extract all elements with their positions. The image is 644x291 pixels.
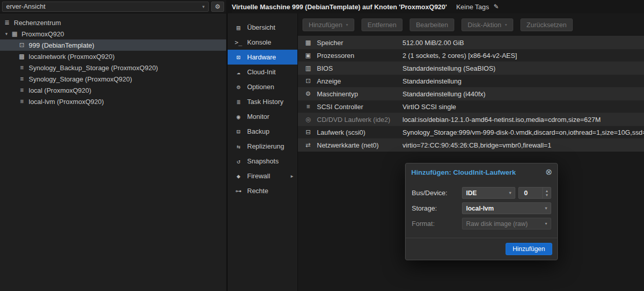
- tree-panel-header: erver-Ansicht ▾ ⚙: [0, 0, 226, 13]
- table-row-network-device[interactable]: ⇄ Netzwerkkarte (net0) virtio=72:CC:90:4…: [298, 139, 644, 152]
- remove-button[interactable]: Entfernen: [361, 18, 402, 31]
- display-icon: ⊡: [303, 77, 313, 85]
- row-value: Synology_Storage:999/vm-999-disk-0.vmdk,…: [402, 129, 644, 136]
- replication-icon: ⇆: [234, 143, 243, 150]
- menu-item-hardware[interactable]: ⊡ Hardware: [228, 50, 297, 65]
- revert-button[interactable]: Zurücksetzen: [520, 18, 573, 31]
- menu-item-label: Firewall: [247, 172, 270, 180]
- spinner-arrows[interactable]: ▴ ▾: [542, 188, 551, 198]
- menu-item-label: Hardware: [247, 53, 276, 61]
- bus-select-value: IDE: [466, 190, 477, 197]
- gears-icon: ⚙: [303, 90, 313, 97]
- row-value: virtio=72:CC:90:45:26:CB,bridge=vmbr0,fi…: [402, 141, 644, 149]
- row-value: Standardeinstellung (i440fx): [402, 90, 644, 98]
- close-icon[interactable]: ⊗: [546, 168, 552, 176]
- menu-item-label: Monitor: [247, 113, 269, 120]
- bus-number-stepper[interactable]: 0 ▴ ▾: [518, 187, 551, 199]
- format-row: Format: Raw disk image (raw) ▾: [412, 218, 551, 230]
- gear-icon: ⚙: [234, 84, 243, 91]
- cpu-icon: ▣: [303, 52, 313, 59]
- menu-item-uebersicht[interactable]: ▤ Übersicht: [228, 20, 297, 35]
- menu-item-label: Rechte: [247, 187, 268, 195]
- tree-item-localnetwork[interactable]: ▩ localnetwork (ProxmoxQ920): [0, 51, 226, 62]
- bus-device-row: Bus/Device: IDE ▾ 0 ▴ ▾: [412, 187, 551, 199]
- dialog-header[interactable]: Hinzufügen: CloudInit-Laufwerk ⊗: [406, 163, 557, 180]
- view-mode-select[interactable]: erver-Ansicht ▾: [2, 2, 209, 12]
- content-header: Virtuelle Maschine 999 (DebianTemplate) …: [232, 0, 644, 13]
- storage-select[interactable]: local-lvm ▾: [462, 202, 551, 214]
- menu-item-optionen[interactable]: ⚙ Optionen: [228, 79, 297, 94]
- menu-item-monitor[interactable]: ◉ Monitor: [228, 109, 297, 124]
- page-title: Virtuelle Maschine 999 (DebianTemplate) …: [232, 3, 447, 11]
- tree-item-datacenter[interactable]: ≣ Rechenzentrum: [0, 17, 226, 28]
- table-row-scsi-controller[interactable]: ≡ SCSI Controller VirtIO SCSI single: [298, 100, 644, 113]
- storage-icon: ≡: [17, 64, 26, 71]
- format-label: Format:: [412, 220, 462, 227]
- menu-item-rechte[interactable]: ⊶ Rechte: [228, 183, 297, 198]
- tree-item-synology-backup-storage[interactable]: ≡ Synology_Backup_Storage (ProxmoxQ920): [0, 62, 226, 73]
- row-label: Anzeige: [313, 77, 402, 85]
- network-icon: ⇄: [303, 141, 313, 149]
- menu-item-task-history[interactable]: ≣ Task History: [228, 94, 297, 109]
- edit-button[interactable]: Bearbeiten: [410, 18, 454, 31]
- tree-item-node-proxmoxq920[interactable]: ▾ ▦ ProxmoxQ920: [0, 28, 226, 39]
- row-value: Standardeinstellung: [402, 77, 644, 85]
- add-button[interactable]: Hinzufügen ▾: [303, 18, 354, 31]
- chevron-down-icon[interactable]: ▾: [3, 31, 10, 36]
- key-icon: ⊶: [234, 188, 243, 195]
- console-icon: >_: [234, 39, 243, 46]
- row-label: Laufwerk (scsi0): [313, 129, 402, 136]
- tree-item-label: local-lvm (ProxmoxQ920): [29, 98, 104, 106]
- table-row-machine-type[interactable]: ⚙ Maschinentyp Standardeinstellung (i440…: [298, 88, 644, 100]
- tree-item-local[interactable]: ≡ local (ProxmoxQ920): [0, 85, 226, 96]
- spinner-up-icon[interactable]: ▴: [546, 189, 548, 193]
- table-row-processors[interactable]: ▣ Prozessoren 2 (1 sockets, 2 cores) [x8…: [298, 49, 644, 62]
- tree-item-local-lvm[interactable]: ≡ local-lvm (ProxmoxQ920): [0, 96, 226, 107]
- chevron-down-icon: ▾: [346, 23, 348, 27]
- disk-action-button[interactable]: Disk-Aktion ▾: [461, 18, 513, 31]
- remove-button-label: Entfernen: [368, 21, 396, 29]
- menu-item-cloud-init[interactable]: ☁ Cloud-Init: [228, 65, 297, 79]
- row-label: CD/DVD Laufwerk (ide2): [313, 116, 402, 123]
- menu-item-label: Konsole: [247, 38, 271, 46]
- tree-item-vm-999[interactable]: ⊡ 999 (DebianTemplate): [0, 39, 226, 51]
- table-row-hard-disk[interactable]: ⊟ Laufwerk (scsi0) Synology_Storage:999/…: [298, 126, 644, 139]
- table-row-cddvd-drive[interactable]: ◎ CD/DVD Laufwerk (ide2) local:iso/debia…: [298, 113, 644, 126]
- tree-item-synology-storage[interactable]: ≡ Synology_Storage (ProxmoxQ920): [0, 73, 226, 85]
- menu-item-konsole[interactable]: >_ Konsole: [228, 35, 297, 50]
- menu-item-backup[interactable]: ⊟ Backup: [228, 124, 297, 139]
- menu-item-replizierung[interactable]: ⇆ Replizierung: [228, 139, 297, 154]
- storage-icon: ≡: [17, 98, 26, 105]
- network-icon: ▩: [17, 53, 26, 60]
- edit-tags-pencil-icon[interactable]: ✎: [494, 3, 499, 10]
- settings-gear-button[interactable]: ⚙: [211, 2, 224, 12]
- table-row-display[interactable]: ⊡ Anzeige Standardeinstellung: [298, 75, 644, 88]
- row-value: 2 (1 sockets, 2 cores) [x86-64-v2-AES]: [402, 52, 644, 59]
- bus-select[interactable]: IDE ▾: [462, 187, 515, 199]
- chevron-down-icon: ▾: [505, 23, 507, 27]
- menu-item-label: Optionen: [247, 83, 274, 91]
- bus-device-label: Bus/Device:: [412, 189, 462, 197]
- row-label: Maschinentyp: [313, 90, 402, 98]
- row-label: SCSI Controller: [313, 103, 402, 111]
- tree-item-label: local (ProxmoxQ920): [29, 87, 91, 94]
- list-icon: ≣: [234, 98, 243, 106]
- dialog-add-button[interactable]: Hinzufügen: [506, 243, 552, 255]
- menu-item-firewall[interactable]: ◆ Firewall ▸: [228, 169, 297, 183]
- view-mode-label: erver-Ansicht: [6, 3, 46, 10]
- spinner-down-icon[interactable]: ▾: [546, 193, 548, 197]
- dialog-footer: Hinzufügen: [406, 238, 557, 260]
- table-row-bios[interactable]: ▥ BIOS Standardeinstellung (SeaBIOS): [298, 62, 644, 75]
- menu-item-label: Replizierung: [247, 142, 284, 150]
- hardware-icon: ⊡: [234, 54, 243, 61]
- row-value: local:iso/debian-12.1.0-amd64-netinst.is…: [402, 116, 644, 123]
- node-icon: ▦: [10, 30, 19, 37]
- eye-icon: ◉: [234, 113, 243, 120]
- tree-item-label: localnetwork (ProxmoxQ920): [29, 53, 115, 60]
- controller-icon: ≡: [303, 103, 313, 110]
- menu-item-snapshots[interactable]: ↺ Snapshots: [228, 154, 297, 169]
- menu-item-label: Cloud-Init: [247, 68, 276, 76]
- add-button-label: Hinzufügen: [309, 21, 343, 29]
- table-row-memory[interactable]: ▦ Speicher 512.00 MiB/2.00 GiB: [298, 36, 644, 49]
- cloud-icon: ☁: [234, 69, 243, 76]
